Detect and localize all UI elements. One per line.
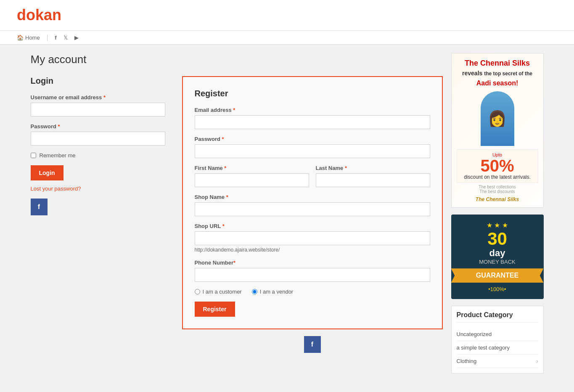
site-logo[interactable]: dokan <box>17 6 557 24</box>
ad-brand-name: The Chennai Silks <box>465 59 530 67</box>
guarantee-section: ★ ★ ★ 30 day MONEY BACK GUARANTEE •100%• <box>451 215 544 299</box>
remember-checkbox[interactable] <box>31 153 36 158</box>
chennai-silks-ad[interactable]: The Chennai Silks reveals the top secret… <box>451 53 544 208</box>
register-facebook-icon: f <box>311 341 313 348</box>
remember-label[interactable]: Remember me <box>40 152 76 159</box>
login-title: Login <box>31 76 165 86</box>
ad-person-silhouette: 👩 <box>481 91 514 146</box>
guarantee-days: 30 <box>458 230 537 248</box>
ad-discount-label: discount on the latest arrivals. <box>460 174 535 180</box>
last-name-required: * <box>345 165 347 171</box>
username-required: * <box>103 94 106 101</box>
register-password-input[interactable] <box>195 144 430 158</box>
facebook-nav-icon: f <box>55 34 56 41</box>
nav-twitter[interactable]: 𝕏 <box>63 34 68 41</box>
register-section: Register Email address * Password * <box>182 76 443 353</box>
logo-d: d <box>17 6 26 24</box>
email-input[interactable] <box>195 115 430 129</box>
username-group: Username or email address * <box>31 94 165 117</box>
guarantee-stars: ★ ★ ★ <box>458 221 537 229</box>
customer-label: I am a customer <box>203 289 242 295</box>
first-name-group: First Name * <box>195 165 309 187</box>
customer-radio-label[interactable]: I am a customer <box>195 289 242 295</box>
sidebar: The Chennai Silks reveals the top secret… <box>451 53 544 373</box>
shop-name-group: Shop Name * <box>195 194 430 216</box>
register-button[interactable]: Register <box>195 302 235 317</box>
register-facebook-button[interactable]: f <box>304 336 321 353</box>
register-facebook-wrapper: f <box>182 336 443 353</box>
guarantee-percent: •100%• <box>458 286 537 292</box>
username-input[interactable] <box>31 103 165 117</box>
category-clothing[interactable]: Clothing › <box>457 355 538 368</box>
ad-discount-pct: 50% <box>460 157 535 174</box>
nav-youtube[interactable]: ▶ <box>74 34 79 41</box>
forms-row: Login Username or email address * Passwo… <box>31 76 443 353</box>
customer-radio[interactable] <box>195 289 200 294</box>
facebook-icon: f <box>38 203 40 211</box>
login-section: Login Username or email address * Passwo… <box>31 76 165 353</box>
guarantee-day-word: day <box>458 248 537 259</box>
first-name-label: First Name * <box>195 165 309 171</box>
email-required: * <box>233 107 235 113</box>
youtube-nav-icon: ▶ <box>74 34 79 41</box>
login-password-group: Password * <box>31 123 165 146</box>
ad-discount-box: Upto 50% discount on the latest arrivals… <box>457 149 538 183</box>
product-category-title: Product Category <box>457 311 538 323</box>
phone-group: Phone Number* <box>195 260 430 282</box>
content-area: My account Login Username or email addre… <box>31 53 443 373</box>
ad-image-area: 👩 <box>457 91 538 146</box>
login-password-input[interactable] <box>31 132 165 146</box>
guarantee-money: MONEY BACK <box>458 259 537 265</box>
role-radio-row: I am a customer I am a vendor <box>195 289 430 295</box>
shop-url-input[interactable] <box>195 231 430 245</box>
ad-chennai-header: The Chennai Silks reveals the top secret… <box>457 58 538 88</box>
ad-tagline1: The best collections <box>457 185 538 189</box>
logo-rest: okan <box>26 6 61 24</box>
username-label: Username or email address * <box>31 94 165 101</box>
category-simple-test-label: a simple test category <box>457 344 510 351</box>
category-simple-test[interactable]: a simple test category <box>457 341 538 355</box>
vendor-label: I am a vendor <box>260 289 294 295</box>
nav-home-label: Home <box>25 34 40 41</box>
shop-name-required: * <box>226 194 228 200</box>
shop-url-hint: http://dokandemo.ajaira.website/store/ <box>195 247 430 253</box>
last-name-group: Last Name * <box>316 165 430 187</box>
first-name-required: * <box>224 165 226 171</box>
register-password-group: Password * <box>195 136 430 158</box>
product-category-widget: Product Category Uncategorized a simple … <box>451 306 544 373</box>
ad-brand-footer: The Chennai Silks <box>457 196 538 202</box>
vendor-radio[interactable] <box>252 289 257 294</box>
shop-url-required: * <box>222 223 225 229</box>
ad-taglines: The best collections The best discounts <box>457 185 538 194</box>
login-password-label: Password * <box>31 123 165 130</box>
email-label: Email address * <box>195 107 430 113</box>
shop-name-input[interactable] <box>195 202 430 216</box>
person-emoji: 👩 <box>488 110 507 127</box>
lost-password-link[interactable]: Lost your password? <box>31 185 165 192</box>
login-button[interactable]: Login <box>31 165 63 180</box>
nav-facebook[interactable]: f <box>55 34 56 41</box>
category-uncategorized[interactable]: Uncategorized <box>457 328 538 341</box>
site-header: dokan <box>0 0 574 31</box>
email-group: Email address * <box>195 107 430 129</box>
page-title: My account <box>31 53 443 66</box>
phone-label: Phone Number* <box>195 260 430 266</box>
register-password-required: * <box>222 136 224 142</box>
phone-input[interactable] <box>195 268 430 282</box>
login-password-required: * <box>58 123 60 130</box>
shop-name-label: Shop Name * <box>195 194 430 200</box>
category-list: Uncategorized a simple test category Clo… <box>457 328 538 368</box>
register-box: Register Email address * Password * <box>182 76 443 329</box>
login-facebook-button[interactable]: f <box>31 199 48 215</box>
main-wrapper: My account Login Username or email addre… <box>14 45 561 382</box>
first-name-input[interactable] <box>195 173 309 187</box>
last-name-label: Last Name * <box>316 165 430 171</box>
name-row: First Name * Last Name * <box>195 165 430 194</box>
register-password-label: Password * <box>195 136 430 142</box>
main-nav: 🏠 Home | f 𝕏 ▶ <box>0 31 574 45</box>
nav-home[interactable]: 🏠 Home <box>17 34 40 41</box>
vendor-radio-label[interactable]: I am a vendor <box>252 289 294 295</box>
last-name-input[interactable] <box>316 173 430 187</box>
shop-url-group: Shop URL * http://dokandemo.ajaira.websi… <box>195 223 430 253</box>
nav-divider-1: | <box>47 34 48 41</box>
